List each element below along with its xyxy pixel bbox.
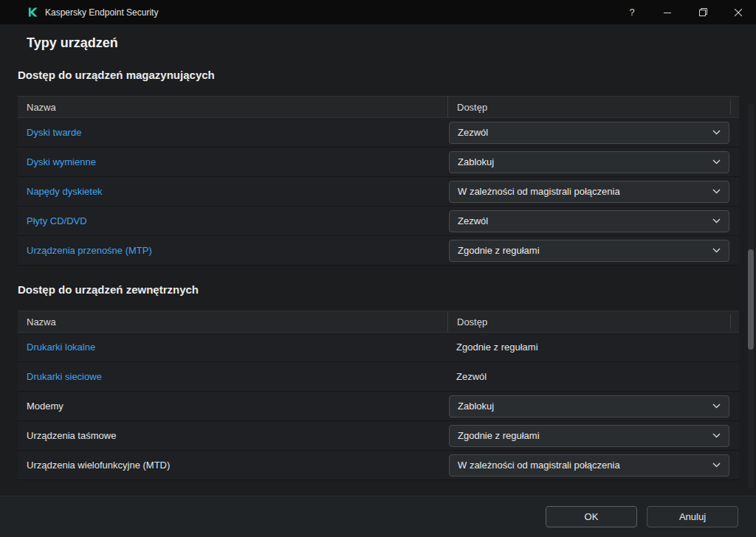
chevron-down-icon	[712, 462, 721, 468]
column-header-access: Dostęp	[447, 311, 739, 332]
table-row: Dyski twardeZezwól	[18, 118, 739, 148]
section-heading: Dostęp do urządzeń zewnętrznych	[18, 283, 756, 297]
table-row: Urządzenia przenośne (MTP)Zgodnie z regu…	[18, 236, 739, 266]
access-cell: Zezwól	[447, 207, 739, 235]
cancel-button[interactable]: Anuluj	[647, 506, 738, 527]
access-dropdown[interactable]: W zależności od magistrali połączenia	[449, 181, 729, 203]
window-title: Kaspersky Endpoint Security	[45, 7, 158, 18]
chevron-down-icon	[712, 403, 721, 409]
access-dropdown-value: Zezwól	[458, 215, 488, 226]
device-name-link[interactable]: Drukarki lokalne	[27, 342, 95, 353]
footer-bar: OK Anuluj	[0, 496, 756, 537]
ok-button[interactable]: OK	[546, 506, 637, 527]
access-dropdown[interactable]: Zezwól	[449, 122, 729, 144]
table-header-row: NazwaDostęp	[18, 311, 739, 333]
access-dropdown[interactable]: Zablokuj	[449, 151, 729, 173]
table-row: Drukarki lokalneZgodnie z regułami	[18, 333, 739, 362]
access-dropdown[interactable]: Zgodnie z regułami	[449, 425, 729, 447]
access-dropdown-value: Zablokuj	[458, 401, 494, 412]
chevron-down-icon	[712, 248, 721, 253]
chevron-down-icon	[712, 189, 721, 194]
sections-container: Dostęp do urządzeń magazynującychNazwaDo…	[0, 69, 756, 480]
device-name-link[interactable]: Urządzenia przenośne (MTP)	[27, 245, 152, 256]
device-name-label: Urządzenia wielofunkcyjne (MTD)	[27, 460, 170, 471]
access-cell: Zablokuj	[447, 148, 739, 176]
access-cell: Zgodnie z regułami	[447, 333, 739, 361]
access-cell: Zezwól	[447, 362, 739, 391]
device-name-cell: Drukarki sieciowe	[18, 371, 447, 382]
section-heading: Dostęp do urządzeń magazynujących	[18, 69, 756, 82]
device-name-cell: Dyski wymienne	[18, 156, 447, 167]
chevron-down-icon	[712, 159, 721, 164]
device-name-cell: Modemy	[18, 401, 447, 412]
access-dropdown[interactable]: Zablokuj	[449, 395, 729, 418]
table-row: ModemyZablokuj	[18, 392, 739, 421]
chevron-down-icon	[712, 433, 721, 438]
access-dropdown-value: W zależności od magistrali połączenia	[458, 460, 620, 471]
device-name-cell: Urządzenia przenośne (MTP)	[18, 245, 447, 256]
help-button[interactable]: ?	[614, 0, 650, 24]
table-row: Urządzenia taśmoweZgodnie z regułami	[18, 421, 739, 451]
access-dropdown-value: Zezwól	[458, 127, 488, 138]
page-title: Typy urządzeń	[27, 35, 756, 51]
access-dropdown[interactable]: W zależności od magistrali połączenia	[449, 454, 729, 477]
column-header-name: Nazwa	[18, 316, 447, 328]
table-row: Płyty CD/DVDZezwól	[18, 207, 739, 236]
scrollbar-thumb[interactable]	[748, 249, 754, 350]
column-header-name: Nazwa	[18, 102, 447, 113]
column-header-access: Dostęp	[447, 97, 739, 117]
chevron-down-icon	[712, 218, 721, 224]
device-name-cell: Płyty CD/DVD	[18, 215, 447, 226]
access-cell: W zależności od magistrali połączenia	[447, 177, 739, 206]
access-value-label: Zgodnie z regułami	[449, 342, 538, 353]
access-dropdown[interactable]: Zgodnie z regułami	[449, 240, 729, 262]
minimize-button[interactable]	[650, 0, 685, 24]
chevron-down-icon	[712, 130, 721, 135]
device-name-cell: Dyski twarde	[18, 127, 447, 138]
device-name-label: Urządzenia taśmowe	[27, 430, 116, 441]
access-dropdown[interactable]: Zezwól	[449, 210, 729, 232]
table-header-row: NazwaDostęp	[18, 96, 739, 118]
access-cell: Zgodnie z regułami	[447, 421, 739, 450]
close-button[interactable]	[721, 0, 756, 24]
kaspersky-logo-icon	[27, 7, 38, 18]
access-dropdown-value: W zależności od magistrali połączenia	[458, 186, 620, 197]
access-cell: Zezwól	[447, 118, 739, 147]
title-bar: Kaspersky Endpoint Security ?	[0, 0, 756, 24]
device-table: NazwaDostępDrukarki lokalneZgodnie z reg…	[18, 311, 739, 480]
device-name-link[interactable]: Dyski wymienne	[27, 156, 96, 167]
access-dropdown-value: Zgodnie z regułami	[458, 245, 540, 256]
maximize-button[interactable]	[685, 0, 721, 24]
access-dropdown-value: Zgodnie z regułami	[458, 430, 540, 441]
device-name-link[interactable]: Drukarki sieciowe	[27, 371, 102, 382]
access-cell: Zgodnie z regułami	[447, 236, 739, 265]
access-value-label: Zezwól	[449, 371, 487, 382]
table-row: Napędy dyskietekW zależności od magistra…	[18, 177, 739, 207]
device-name-cell: Urządzenia taśmowe	[18, 430, 447, 441]
device-name-cell: Urządzenia wielofunkcyjne (MTD)	[18, 460, 447, 471]
device-table: NazwaDostępDyski twardeZezwólDyski wymie…	[18, 96, 739, 266]
access-cell: Zablokuj	[447, 392, 739, 420]
vertical-scrollbar[interactable]	[748, 103, 754, 488]
main-content: Typy urządzeń Dostęp do urządzeń magazyn…	[0, 24, 756, 480]
table-row: Drukarki siecioweZezwól	[18, 362, 739, 392]
device-name-link[interactable]: Napędy dyskietek	[27, 186, 103, 197]
window-controls: ?	[614, 0, 756, 24]
table-row: Dyski wymienneZablokuj	[18, 148, 739, 177]
device-name-label: Modemy	[27, 401, 63, 412]
access-cell: W zależności od magistrali połączenia	[447, 451, 739, 479]
device-name-cell: Drukarki lokalne	[18, 342, 447, 353]
device-name-link[interactable]: Płyty CD/DVD	[27, 215, 87, 226]
device-name-cell: Napędy dyskietek	[18, 186, 447, 197]
access-dropdown-value: Zablokuj	[458, 156, 494, 167]
device-name-link[interactable]: Dyski twarde	[27, 127, 81, 138]
table-row: Urządzenia wielofunkcyjne (MTD)W zależno…	[18, 451, 739, 480]
